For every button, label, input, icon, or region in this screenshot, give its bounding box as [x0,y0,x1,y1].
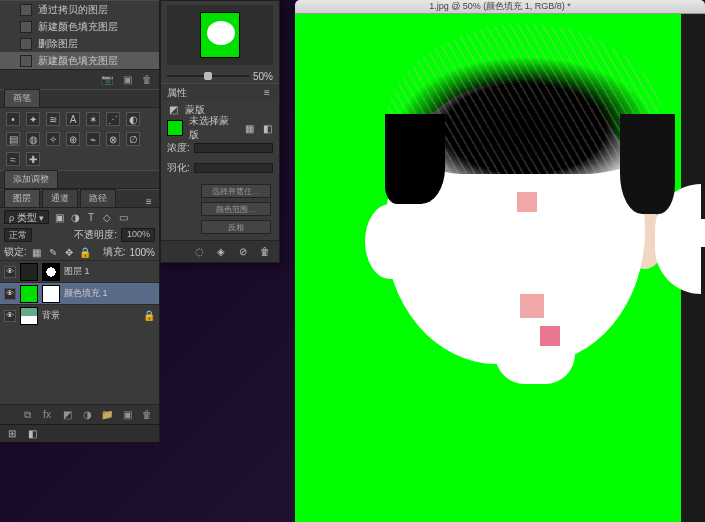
lock-all-icon[interactable]: 🔒 [79,246,91,258]
brush-preset-3[interactable]: ≋ [46,112,60,126]
canvas-area[interactable] [295,14,705,522]
brush-preset-8[interactable]: ▤ [6,132,20,146]
history-snapshot-icon[interactable]: 📷 [101,74,113,86]
brush-preset-7[interactable]: ◐ [126,112,140,126]
tab-paths[interactable]: 路径 [80,189,116,207]
filter-smart-icon[interactable]: ▭ [117,211,129,223]
brush-preset-13[interactable]: ⊗ [106,132,120,146]
density-slider[interactable] [194,143,273,153]
tab-channels[interactable]: 通道 [42,189,78,207]
navigator-properties-panel[interactable]: 50% 属性 ≡ ◩ 蒙版 未选择蒙版 ▦ ◧ 浓度: 羽化: 选择并遮住… 颜… [160,0,280,263]
status-icon-2[interactable]: ◧ [26,428,38,440]
opacity-label: 不透明度: [74,228,117,242]
history-delete-icon[interactable]: 🗑 [141,74,153,86]
vector-mask-icon[interactable]: ◧ [261,122,273,134]
layer-name[interactable]: 颜色填充 1 [64,287,108,300]
brush-preset-11[interactable]: ⊕ [66,132,80,146]
add-mask-icon[interactable]: ◩ [61,409,73,421]
layer-row-0[interactable]: 👁 图层 1 [0,260,159,282]
delete-layer-icon[interactable]: 🗑 [141,409,153,421]
opacity-value[interactable]: 100% [121,228,155,242]
filter-adjust-icon[interactable]: ◑ [69,211,81,223]
brush-preset-6[interactable]: ⋰ [106,112,120,126]
visibility-toggle[interactable]: 👁 [4,288,16,300]
filter-pixel-icon[interactable]: ▣ [53,211,65,223]
fill-color-swatch[interactable] [167,120,183,136]
history-step-icon [20,21,32,33]
color-range-button[interactable]: 颜色范围… [201,202,271,216]
layer-name[interactable]: 背景 [42,309,60,322]
new-layer-icon[interactable]: ▣ [121,409,133,421]
layer-row-1[interactable]: 👁 颜色填充 1 [0,282,159,304]
visibility-toggle[interactable]: 👁 [4,310,16,322]
lock-transparent-icon[interactable]: ▦ [31,246,43,258]
history-step-label: 删除图层 [38,37,78,51]
brush-preset-5[interactable]: ✶ [86,112,100,126]
layer-row-2[interactable]: 👁 背景 🔒 [0,304,159,326]
navigator-thumbnail[interactable] [167,5,273,65]
fill-value[interactable]: 100% [129,247,155,258]
document-title-bar[interactable]: 1.jpg @ 50% (颜色填充 1, RGB/8) * [295,0,705,14]
brush-preset-9[interactable]: ◍ [26,132,40,146]
properties-tab: 属性 [167,86,187,100]
layer-thumb[interactable] [20,285,38,303]
history-step-icon [20,55,32,67]
blend-mode-select[interactable]: 正常 [4,228,32,242]
adjustments-panel: 添加调整 [0,170,159,189]
layer-filter-kind[interactable]: ρ 类型 ▾ [4,210,49,224]
status-icon-1[interactable]: ⊞ [6,428,18,440]
filter-shape-icon[interactable]: ◇ [101,211,113,223]
layer-mask-thumb[interactable] [42,263,60,281]
history-step-label: 新建颜色填充图层 [38,20,118,34]
history-step-label: 通过拷贝的图层 [38,3,108,17]
disable-mask-icon[interactable]: ⊘ [237,246,249,258]
history-new-icon[interactable]: ▣ [121,74,133,86]
layer-thumb[interactable] [20,263,38,281]
brush-preset-16[interactable]: ✚ [26,152,40,166]
brush-preset-2[interactable]: ✦ [26,112,40,126]
layer-fx-icon[interactable]: fx [41,409,53,421]
history-item[interactable]: 新建颜色填充图层 [0,18,159,35]
mask-type-icon: ◩ [167,104,179,116]
layer-blend-row: 正常 不透明度: 100% [0,226,159,244]
navigator-zoom-value: 50% [253,71,273,82]
layers-menu-icon[interactable]: ≡ [143,195,155,207]
layer-name[interactable]: 图层 1 [64,265,90,278]
canvas[interactable] [295,14,681,522]
feather-slider[interactable] [194,163,273,173]
brush-preset-1[interactable]: • [6,112,20,126]
filter-type-icon[interactable]: T [85,211,97,223]
panel-menu-icon[interactable]: ≡ [261,87,273,99]
new-group-icon[interactable]: 📁 [101,409,113,421]
adjustments-tab[interactable]: 添加调整 [4,170,58,188]
layer-mask-thumb[interactable] [42,285,60,303]
brush-preset-10[interactable]: ✧ [46,132,60,146]
tab-layers[interactable]: 图层 [4,189,40,207]
link-layers-icon[interactable]: ⧉ [21,409,33,421]
lock-pixels-icon[interactable]: ✎ [47,246,59,258]
delete-mask-icon[interactable]: 🗑 [259,246,271,258]
history-item[interactable]: 通过拷贝的图层 [0,1,159,18]
invert-button[interactable]: 反相 [201,220,271,234]
new-adjustment-icon[interactable]: ◑ [81,409,93,421]
lock-position-icon[interactable]: ✥ [63,246,75,258]
properties-header[interactable]: 属性 ≡ [161,83,279,101]
navigator-zoom-slider[interactable]: 50% [161,69,279,83]
load-selection-icon[interactable]: ◌ [193,246,205,258]
pixel-mask-icon[interactable]: ▦ [244,122,256,134]
brush-preset-4[interactable]: A [66,112,80,126]
brush-preset-15[interactable]: ≈ [6,152,20,166]
brush-preset-14[interactable]: ∅ [126,132,140,146]
brush-preset-12[interactable]: ⌁ [86,132,100,146]
brush-tab[interactable]: 画笔 [4,89,40,107]
brush-presets[interactable]: • ✦ ≋ A ✶ ⋰ ◐ ▤ ◍ ✧ ⊕ ⌁ ⊗ ∅ ≈ ✚ [0,108,159,170]
apply-mask-icon[interactable]: ◈ [215,246,227,258]
document-title: 1.jpg @ 50% (颜色填充 1, RGB/8) * [429,0,571,13]
history-item[interactable]: 新建颜色填充图层 [0,52,159,69]
feather-field: 羽化: [161,158,279,178]
layer-thumb[interactable] [20,307,38,325]
history-item[interactable]: 删除图层 [0,35,159,52]
select-and-mask-button[interactable]: 选择并遮住… [201,184,271,198]
lock-icon: 🔒 [143,310,155,322]
visibility-toggle[interactable]: 👁 [4,266,16,278]
